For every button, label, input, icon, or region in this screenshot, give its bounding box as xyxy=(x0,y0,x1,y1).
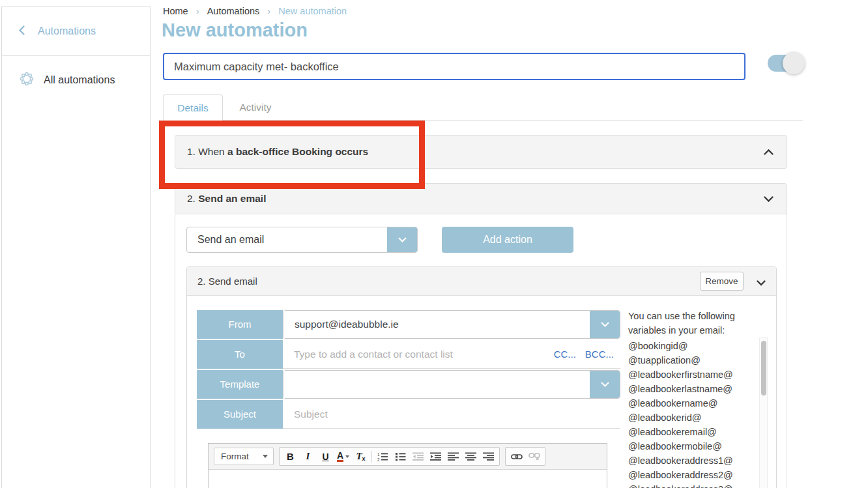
variable-item: @leadbookeremail@ xyxy=(628,425,745,439)
format-dropdown-label: Format xyxy=(221,452,249,461)
variable-item: @leadbookermobile@ xyxy=(628,439,745,453)
add-action-button[interactable]: Add action xyxy=(442,227,573,253)
unlink-icon[interactable] xyxy=(525,448,543,465)
send-email-card: 2. Send email Remove From To CC... BCC..… xyxy=(186,266,777,488)
breadcrumb: Home › Automations › New automation xyxy=(163,5,347,16)
sidebar-item-label: All automations xyxy=(44,74,115,86)
variable-item: @leadbookerid@ xyxy=(628,410,745,425)
subject-input[interactable] xyxy=(283,400,620,428)
remove-button[interactable]: Remove xyxy=(700,272,744,291)
chevron-up-icon[interactable] xyxy=(764,146,774,158)
step2-action-header[interactable]: 2. Send an email xyxy=(175,184,787,214)
italic-icon[interactable]: I xyxy=(299,448,317,465)
action-type-select-value: Send an email xyxy=(187,234,387,246)
chevron-down-icon[interactable] xyxy=(387,227,417,252)
chevron-down-icon[interactable] xyxy=(764,193,774,205)
email-body-editor: Format B I U A T x xyxy=(208,443,607,488)
toolbar-separator xyxy=(371,451,372,463)
variable-item: @leadbookerlastname@ xyxy=(628,382,745,396)
template-label: Template xyxy=(197,370,283,399)
action-type-select[interactable]: Send an email xyxy=(186,227,418,253)
align-center-icon[interactable] xyxy=(462,448,480,465)
editor-toolbar: Format B I U A T x xyxy=(209,444,607,470)
template-input[interactable] xyxy=(283,371,590,398)
variable-item: @bookingid@ xyxy=(628,339,745,353)
underline-icon[interactable]: U xyxy=(317,448,334,465)
sidebar-item-all-automations[interactable]: All automations xyxy=(2,65,150,95)
variables-note: You can use the following variables in y… xyxy=(628,309,756,337)
variable-item: @tuapplication@ xyxy=(628,353,745,367)
svg-text:2: 2 xyxy=(377,457,380,461)
indent-icon[interactable] xyxy=(427,448,444,465)
automation-name-input[interactable] xyxy=(163,53,745,80)
outdent-icon[interactable] xyxy=(409,448,427,465)
page-title: New automation xyxy=(162,20,308,41)
bcc-link[interactable]: BCC... xyxy=(585,349,614,360)
numbered-list-icon[interactable]: 12 xyxy=(374,448,392,465)
to-label: To xyxy=(197,340,283,369)
chevron-left-icon[interactable] xyxy=(18,25,25,38)
subject-field xyxy=(283,400,620,429)
svg-text:1: 1 xyxy=(377,452,380,457)
sidebar: Automations All automations xyxy=(1,7,151,488)
variable-item: @leadbookeraddress1@ xyxy=(628,453,745,468)
breadcrumb-separator: › xyxy=(267,5,270,16)
send-email-card-header[interactable]: 2. Send email Remove xyxy=(187,267,776,296)
variable-item: @leadbookeraddress3@ xyxy=(628,482,745,488)
remove-format-icon[interactable]: T x xyxy=(352,448,369,465)
bold-icon[interactable]: B xyxy=(282,448,299,465)
link-icon[interactable] xyxy=(508,448,525,465)
variable-item: @leadbookername@ xyxy=(628,396,745,410)
editor-content-area[interactable] xyxy=(209,470,607,488)
from-input[interactable] xyxy=(283,311,590,338)
align-left-icon[interactable] xyxy=(444,448,462,465)
align-right-icon[interactable] xyxy=(480,448,497,465)
sidebar-back[interactable]: Automations xyxy=(2,7,150,56)
step2-text: 2. Send an email xyxy=(187,193,266,205)
cc-link[interactable]: CC... xyxy=(554,349,576,360)
variable-item: @leadbookeraddress2@ xyxy=(628,468,745,482)
variables-scrollbar-thumb[interactable] xyxy=(761,341,766,395)
step2-action-panel: 2. Send an email Send an email Add actio… xyxy=(175,183,787,488)
format-dropdown[interactable]: Format xyxy=(214,448,274,465)
send-email-card-title: 2. Send email xyxy=(197,276,257,287)
bulleted-list-icon[interactable] xyxy=(392,448,409,465)
subject-label: Subject xyxy=(197,400,283,429)
from-field xyxy=(283,310,620,339)
to-input[interactable] xyxy=(283,340,554,368)
chevron-down-icon[interactable] xyxy=(590,311,620,338)
from-label: From xyxy=(197,310,283,339)
step1-text: 1. When a back-office Booking occurs xyxy=(187,146,368,158)
editor-toolbar-group-main: B I U A T x 12 xyxy=(279,447,500,466)
text-color-icon[interactable]: A xyxy=(334,448,352,465)
to-field: CC... BCC... xyxy=(283,340,620,369)
caret-down-icon xyxy=(263,455,268,458)
chevron-down-icon[interactable] xyxy=(590,371,620,398)
sidebar-title[interactable]: Automations xyxy=(38,25,96,37)
breadcrumb-home[interactable]: Home xyxy=(163,6,188,16)
breadcrumb-separator: › xyxy=(196,5,199,16)
breadcrumb-current: New automation xyxy=(278,6,347,16)
cc-bcc-links: CC... BCC... xyxy=(554,349,620,360)
spinner-flower-icon xyxy=(19,71,35,89)
tabs-underline xyxy=(163,120,803,121)
variables-scrollbar[interactable] xyxy=(759,337,768,488)
tab-details[interactable]: Details xyxy=(163,94,223,121)
chevron-down-icon[interactable] xyxy=(757,277,766,288)
editor-toolbar-group-links xyxy=(505,447,545,466)
step1-trigger-header[interactable]: 1. When a back-office Booking occurs xyxy=(175,135,787,169)
variables-list: @bookingid@@tuapplication@@leadbookerfir… xyxy=(628,339,745,488)
breadcrumb-automations[interactable]: Automations xyxy=(207,6,260,16)
template-field xyxy=(283,370,620,399)
tab-activity[interactable]: Activity xyxy=(223,94,288,121)
enabled-toggle-knob[interactable] xyxy=(783,52,805,74)
variable-item: @leadbookerfirstname@ xyxy=(628,367,745,382)
